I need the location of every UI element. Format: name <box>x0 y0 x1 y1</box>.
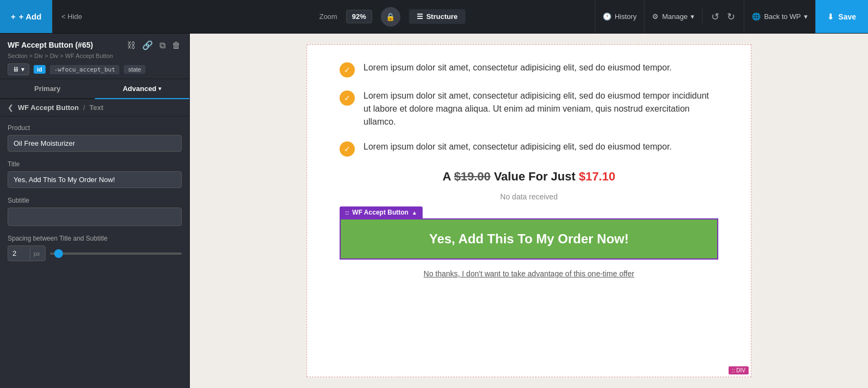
manage-button[interactable]: ⚙ Manage ▾ <box>644 0 702 33</box>
history-button[interactable]: 🕐 History <box>595 0 644 33</box>
title-input[interactable] <box>8 171 182 188</box>
zoom-label: Zoom <box>319 12 337 21</box>
delete-icon[interactable]: 🗑 <box>171 39 182 51</box>
top-bar-right: 🕐 History ⚙ Manage ▾ ↺ ↻ 🌐 Back to WP ▾ … <box>595 0 868 33</box>
list-item: ✓ Lorem ipsum dolor sit amet, consectetu… <box>340 61 718 77</box>
accept-button-text: Yes, Add This To My Order Now! <box>429 231 629 246</box>
spacing-input-wrap: px <box>8 245 46 261</box>
widget-title: WF Accept Button (#65) <box>8 41 93 50</box>
wp-icon: 🌐 <box>752 12 761 21</box>
save-button[interactable]: ⬇ Save <box>815 0 868 33</box>
list-item: ✓ Lorem ipsum dolor sit amet, consectetu… <box>340 89 718 128</box>
link-icon[interactable]: 🔗 <box>141 39 154 51</box>
widget-caret[interactable]: ▲ <box>412 210 417 216</box>
list-text-1: Lorem ipsum dolor sit amet, consectetur … <box>363 61 672 74</box>
backwp-label: Back to WP <box>764 12 801 21</box>
breadcrumb: Section > Div > Div > WF Accept Button <box>8 53 182 59</box>
widget-grid-icon: :: <box>345 209 349 216</box>
spacing-slider-track[interactable] <box>50 253 182 255</box>
title-field-group: Title <box>8 160 182 188</box>
structure-button[interactable]: ☰ Structure <box>409 9 465 24</box>
spacing-slider-thumb[interactable] <box>54 249 63 258</box>
check-icon-2: ✓ <box>340 90 355 106</box>
content-list: ✓ Lorem ipsum dolor sit amet, consectetu… <box>340 61 718 157</box>
structure-icon: ☰ <box>417 12 423 21</box>
hide-label: < Hide <box>61 12 82 21</box>
product-select[interactable]: Oil Free Moisturizer <box>8 135 182 152</box>
breadcrumb-nav: ❮ WF Accept Button / Text <box>0 99 189 117</box>
widget-controls: 🖥 ▾ id -wfocu_accept_but state <box>8 63 182 75</box>
price-value: $17.10 <box>579 170 615 183</box>
canvas-inner: ✓ Lorem ipsum dolor sit amet, consectetu… <box>307 44 751 377</box>
list-text-3: Lorem ipsum dolor sit amet, consectetur … <box>363 140 672 153</box>
spacing-row: px <box>8 245 182 261</box>
id-badge[interactable]: id <box>34 65 46 74</box>
duplicate-icon[interactable]: ⧉ <box>158 39 167 51</box>
accept-button[interactable]: Yes, Add This To My Order Now! <box>341 219 717 258</box>
spacing-number-input[interactable] <box>8 246 30 261</box>
spacing-unit: px <box>30 247 43 260</box>
sidebar-header: WF Accept Button (#65) ⛓ 🔗 ⧉ 🗑 Section >… <box>0 34 189 79</box>
check-icon-1: ✓ <box>340 62 355 77</box>
manage-caret: ▾ <box>691 12 694 21</box>
redo-button[interactable]: ↻ <box>725 9 737 25</box>
add-button[interactable]: + + Add <box>0 0 52 33</box>
price-middle: Value For Just <box>494 170 579 183</box>
download-icon: ⬇ <box>827 12 834 21</box>
div-badge-label: :: DIV <box>732 367 745 373</box>
history-label: History <box>615 12 636 21</box>
tab-primary[interactable]: Primary <box>0 79 95 98</box>
add-label: + Add <box>19 12 42 21</box>
accept-button-section: :: WF Accept Button ▲ Yes, Add This To M… <box>340 206 718 260</box>
subtitle-label: Subtitle <box>8 197 182 204</box>
spacing-label: Spacing between Title and Subtitle <box>8 235 182 242</box>
no-data-text: No data received <box>340 192 718 201</box>
tab-advanced[interactable]: Advanced ▾ <box>95 79 190 99</box>
tab-bar: Primary Advanced ▾ <box>0 79 189 99</box>
sidebar: WF Accept Button (#65) ⛓ 🔗 ⧉ 🗑 Section >… <box>0 34 190 388</box>
top-bar: + + Add < Hide Zoom 92% 🔒 ☰ Structure 🕐 … <box>0 0 868 34</box>
undo-button[interactable]: ↺ <box>709 9 722 25</box>
device-selector[interactable]: 🖥 ▾ <box>8 63 29 75</box>
list-item: ✓ Lorem ipsum dolor sit amet, consectetu… <box>340 140 718 157</box>
hide-button[interactable]: < Hide <box>52 0 91 33</box>
breadcrumb-main: WF Accept Button <box>18 104 79 112</box>
subtitle-input[interactable] <box>8 208 182 226</box>
save-label: Save <box>838 12 856 21</box>
monitor-icon: 🖥 <box>12 66 19 73</box>
state-badge[interactable]: state <box>124 65 145 74</box>
price-prefix: A <box>443 170 454 183</box>
backwp-button[interactable]: 🌐 Back to WP ▾ <box>744 0 815 33</box>
plus-icon: + <box>11 12 16 21</box>
accept-button-wrapper: Yes, Add This To My Order Now! <box>340 218 718 260</box>
price-row: A $19.00 Value For Just $17.10 <box>340 170 718 184</box>
back-button[interactable]: ❮ <box>8 104 14 112</box>
undo-redo-group: ↺ ↻ <box>702 9 744 25</box>
zoom-value[interactable]: 92% <box>346 10 372 23</box>
sidebar-form: Product Oil Free Moisturizer Title Subti… <box>0 117 189 388</box>
check-icon-3: ✓ <box>340 141 355 157</box>
product-label: Product <box>8 124 182 132</box>
no-thanks-link[interactable]: No thanks, I don't want to take advantag… <box>340 269 718 278</box>
widget-badge-label: WF Accept Button <box>352 209 409 216</box>
main-content: WF Accept Button (#65) ⛓ 🔗 ⧉ 🗑 Section >… <box>0 34 868 388</box>
div-badge: :: DIV <box>729 366 749 374</box>
top-bar-left: + + Add < Hide <box>0 0 190 33</box>
breadcrumb-separator: / <box>83 104 85 112</box>
class-badge[interactable]: -wfocu_accept_but <box>50 65 120 74</box>
breadcrumb-sub: Text <box>90 104 104 112</box>
canvas-area[interactable]: ✓ Lorem ipsum dolor sit amet, consectetu… <box>190 34 868 388</box>
manage-icon: ⚙ <box>652 12 659 21</box>
history-icon: 🕐 <box>603 12 611 21</box>
product-field-group: Product Oil Free Moisturizer <box>8 124 182 152</box>
structure-widget-icon[interactable]: ⛓ <box>126 39 137 51</box>
structure-label: Structure <box>426 12 458 21</box>
backwp-caret: ▾ <box>804 12 808 21</box>
manage-label: Manage <box>662 12 687 21</box>
dropdown-icon: ▾ <box>158 86 161 92</box>
widget-label-bar[interactable]: :: WF Accept Button ▲ <box>340 206 423 218</box>
caret-down: ▾ <box>21 66 24 73</box>
title-label: Title <box>8 160 182 168</box>
lock-button[interactable]: 🔒 <box>381 7 400 27</box>
list-text-2: Lorem ipsum dolor sit amet, consectetur … <box>363 89 718 128</box>
